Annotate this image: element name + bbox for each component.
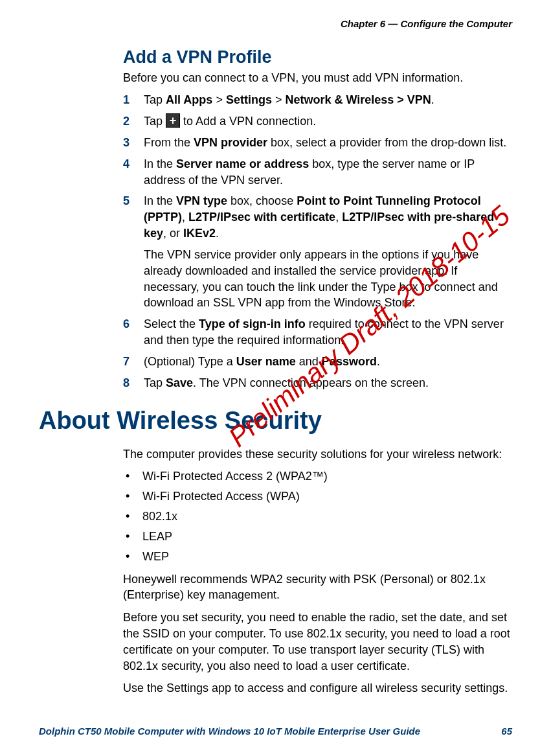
step-1: Tap All Apps > Settings > Network & Wire… bbox=[123, 92, 512, 108]
step-8: Tap Save. The VPN connection appears on … bbox=[123, 375, 512, 391]
step-5-sub: The VPN service provider only appears in… bbox=[144, 247, 512, 311]
bold: Save bbox=[166, 376, 193, 389]
step-7: (Optional) Type a User name and Password… bbox=[123, 354, 512, 370]
para-before-security: Before you set security, you need to ena… bbox=[123, 610, 512, 674]
step-2: Tap + to Add a VPN connection. bbox=[123, 113, 512, 130]
bold: L2TP/IPsec with certificate bbox=[188, 211, 335, 223]
text: > bbox=[272, 93, 286, 106]
plus-icon: + bbox=[166, 113, 180, 128]
text: (Optional) Type a bbox=[144, 355, 236, 368]
step-5: In the VPN type box, choose Point to Poi… bbox=[123, 193, 512, 311]
step-4: In the Server name or address box, type … bbox=[123, 156, 512, 189]
list-item: 802.1x bbox=[123, 509, 512, 525]
bold: Settings bbox=[226, 93, 272, 106]
text: and bbox=[296, 355, 322, 368]
para-recommend: Honeywell recommends WPA2 security with … bbox=[123, 571, 512, 604]
intro-wireless: The computer provides these security sol… bbox=[123, 446, 512, 463]
footer: Dolphin CT50 Mobile Computer with Window… bbox=[39, 726, 512, 737]
footer-page-number: 65 bbox=[501, 726, 512, 737]
bold: IKEv2 bbox=[183, 227, 216, 240]
list-item: Wi-Fi Protected Access (WPA) bbox=[123, 488, 512, 505]
bold: All Apps bbox=[166, 93, 212, 106]
content-column-2: The computer provides these security sol… bbox=[123, 446, 512, 697]
text: . bbox=[377, 355, 380, 368]
section-title-add-vpn: Add a VPN Profile bbox=[123, 47, 512, 67]
text: , bbox=[335, 211, 342, 223]
section-title-wireless-security: About Wireless Security bbox=[39, 407, 512, 435]
bold: Type of sign-in info bbox=[199, 317, 306, 330]
bold: User name bbox=[236, 355, 296, 368]
bold: VPN type bbox=[176, 194, 227, 207]
text: box, select a provider from the drop-dow… bbox=[267, 136, 506, 149]
text: to Add a VPN connection. bbox=[180, 115, 316, 128]
text: . bbox=[216, 227, 219, 240]
footer-left: Dolphin CT50 Mobile Computer with Window… bbox=[39, 726, 420, 737]
text: . The VPN connection appears on the scre… bbox=[193, 376, 429, 389]
step-3: From the VPN provider box, select a prov… bbox=[123, 135, 512, 151]
list-item: Wi-Fi Protected Access 2 (WPA2™) bbox=[123, 468, 512, 485]
bold: Server name or address bbox=[176, 157, 309, 170]
text: , bbox=[182, 211, 188, 223]
text: Tap bbox=[144, 376, 166, 389]
text: In the bbox=[144, 157, 176, 170]
text: Tap bbox=[144, 115, 166, 128]
text: > bbox=[212, 93, 226, 106]
steps-list: Tap All Apps > Settings > Network & Wire… bbox=[123, 92, 512, 391]
list-item: WEP bbox=[123, 549, 512, 565]
text: . bbox=[431, 93, 434, 106]
list-item: LEAP bbox=[123, 529, 512, 545]
bold: Network & Wireless > VPN bbox=[285, 93, 431, 106]
text: Select the bbox=[144, 317, 199, 330]
para-settings-app: Use the Settings app to access and confi… bbox=[123, 680, 512, 696]
text: box, choose bbox=[227, 194, 297, 207]
text: From the bbox=[144, 136, 194, 149]
text: Tap bbox=[144, 93, 166, 106]
running-header: Chapter 6 — Configure the Computer bbox=[39, 18, 512, 29]
text: , or bbox=[163, 227, 183, 240]
bold: Password bbox=[322, 355, 377, 368]
content-column: Add a VPN Profile Before you can connect… bbox=[123, 47, 512, 391]
intro-text: Before you can connect to a VPN, you mus… bbox=[123, 70, 512, 86]
bold: VPN provider bbox=[194, 136, 267, 149]
step-6: Select the Type of sign-in info required… bbox=[123, 316, 512, 349]
bullet-list: Wi-Fi Protected Access 2 (WPA2™) Wi-Fi P… bbox=[123, 468, 512, 564]
text: In the bbox=[144, 194, 176, 207]
